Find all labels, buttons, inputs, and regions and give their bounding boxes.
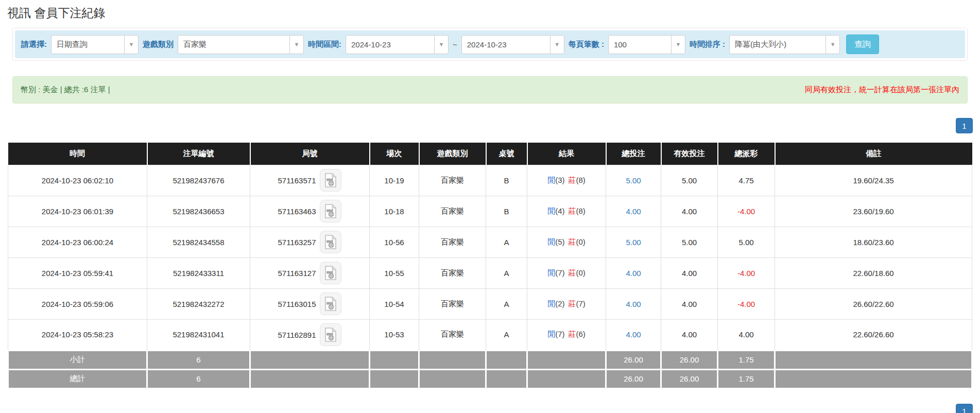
time-range-label: 時間區間:	[308, 40, 341, 49]
col-header-game-type: 遊戲類別	[419, 143, 486, 165]
cell-game-type: 百家樂	[419, 196, 486, 227]
video-replay-button[interactable]	[320, 231, 341, 253]
page-1-button-bottom[interactable]: 1	[956, 404, 973, 413]
cell-session: 10-55	[370, 257, 419, 288]
video-replay-button[interactable]	[320, 292, 341, 315]
cell-valid-bet: 4.00	[661, 196, 718, 227]
query-type-value: 日期查詢	[51, 40, 124, 49]
banker-result: 莊	[569, 299, 576, 308]
cell-remark: 19.60/24.35	[775, 165, 972, 196]
player-score: (3)	[555, 176, 564, 184]
player-result: 閒	[547, 299, 555, 308]
page-1-button[interactable]: 1	[956, 118, 973, 133]
player-score: (5)	[555, 237, 564, 246]
chevron-down-icon: ▼	[434, 36, 448, 54]
table-row: 2024-10-23 06:01:39 521982436653 5711634…	[8, 196, 972, 227]
total-row: 總計 6 26.00 26.00 1.75	[8, 369, 972, 388]
banker-result: 莊	[569, 330, 576, 338]
cell-total-bet: 4.00	[606, 288, 661, 319]
subtotal-count: 6	[147, 350, 250, 369]
cell-time: 2024-10-23 06:02:10	[8, 165, 147, 196]
cell-time: 2024-10-23 05:59:41	[8, 257, 147, 288]
summary-bar: 幣別 : 美金 | 總共 :6 注單 | 同局有效投注，統一計算在該局第一張注單…	[12, 76, 968, 104]
cell-result: 閒(4)莊(8)	[527, 196, 606, 227]
query-type-select[interactable]: 日期查詢 ▼	[51, 35, 139, 54]
col-header-bet-id: 注單編號	[147, 143, 250, 165]
cell-valid-bet: 5.00	[661, 227, 718, 257]
cell-game-type: 百家樂	[419, 319, 486, 350]
cell-valid-bet: 4.00	[661, 319, 718, 350]
total-bet-link[interactable]: 5.00	[626, 176, 641, 185]
player-result: 閒	[547, 176, 555, 184]
video-file-icon	[324, 328, 337, 342]
page-size-select[interactable]: 100 ▼	[608, 35, 685, 54]
sort-order-label: 時間排序 :	[690, 40, 725, 49]
game-type-value: 百家樂	[178, 40, 289, 49]
chevron-down-icon: ▼	[124, 36, 138, 54]
col-header-total-bet: 總投注	[606, 143, 661, 165]
date-range-separator: ~	[453, 40, 457, 49]
cell-payout: 4.00	[718, 319, 775, 350]
cell-total-bet: 5.00	[606, 165, 661, 196]
total-bet-link[interactable]: 4.00	[626, 300, 641, 308]
cell-payout: 4.75	[718, 165, 775, 196]
cell-session: 10-56	[370, 227, 419, 257]
sort-order-select[interactable]: 降冪(由大到小) ▼	[729, 35, 840, 54]
cell-round-id: 571163127	[250, 257, 370, 288]
total-bet-link[interactable]: 4.00	[626, 269, 641, 278]
video-file-icon	[324, 297, 337, 311]
cell-remark: 23.60/19.60	[775, 196, 972, 227]
page: 視訊 會員下注紀錄 請選擇: 日期查詢 ▼ 遊戲類別 百家樂 ▼ 時間區間: 2…	[7, 5, 973, 413]
date-from-select[interactable]: 2024-10-23 ▼	[346, 35, 449, 54]
total-bet-link[interactable]: 4.00	[626, 330, 641, 339]
cell-session: 10-19	[370, 165, 419, 196]
pagination-top: 1	[7, 118, 973, 133]
game-type-select[interactable]: 百家樂 ▼	[178, 35, 304, 54]
page-size-label: 每頁筆數 :	[569, 40, 604, 49]
video-file-icon	[324, 204, 337, 218]
cell-bet-id: 521982431041	[147, 319, 250, 350]
video-replay-button[interactable]	[320, 262, 341, 284]
cell-remark: 22.60/18.60	[775, 257, 972, 288]
search-button[interactable]: 查詢	[846, 35, 879, 54]
player-score: (4)	[555, 206, 564, 215]
cell-result: 閒(3)莊(8)	[527, 165, 606, 196]
cell-total-bet: 4.00	[606, 257, 661, 288]
cell-session: 10-54	[370, 288, 419, 319]
cell-result: 閒(2)莊(7)	[527, 288, 606, 319]
cell-remark: 26.60/22.60	[775, 288, 972, 319]
table-row: 2024-10-23 05:59:41 521982433311 5711631…	[8, 257, 972, 288]
video-replay-button[interactable]	[320, 169, 341, 192]
cell-table: A	[486, 319, 527, 350]
video-file-icon	[324, 266, 337, 280]
banker-score: (0)	[576, 268, 586, 277]
total-total-bet: 26.00	[606, 369, 661, 388]
total-bet-link[interactable]: 4.00	[626, 207, 641, 216]
player-result: 閒	[547, 237, 555, 246]
cell-game-type: 百家樂	[419, 165, 486, 196]
pagination-bottom: 1	[7, 404, 973, 413]
game-type-label: 遊戲類別	[143, 40, 174, 49]
player-result: 閒	[547, 206, 555, 215]
cell-round-id: 571163571	[250, 165, 370, 196]
chevron-down-icon: ▼	[550, 36, 564, 54]
cell-bet-id: 521982436653	[147, 196, 250, 227]
date-to-select[interactable]: 2024-10-23 ▼	[461, 35, 564, 54]
total-bet-link[interactable]: 5.00	[626, 238, 641, 247]
cell-bet-id: 521982434558	[147, 227, 250, 257]
cell-session: 10-18	[370, 196, 419, 227]
note-text: 同局有效投注，統一計算在該局第一張注單內	[805, 85, 959, 95]
total-payout: 1.75	[718, 369, 775, 388]
chevron-down-icon: ▼	[289, 36, 303, 54]
cell-time: 2024-10-23 05:58:23	[8, 319, 147, 350]
video-replay-button[interactable]	[320, 323, 341, 346]
banker-result: 莊	[569, 237, 576, 246]
col-header-payout: 總派彩	[718, 143, 775, 165]
round-number: 571163257	[278, 238, 316, 247]
round-number: 571162891	[278, 330, 316, 339]
sort-order-value: 降冪(由大到小)	[730, 40, 826, 49]
cell-time: 2024-10-23 06:01:39	[8, 196, 147, 227]
col-header-table: 桌號	[486, 143, 527, 165]
round-number: 571163127	[278, 269, 316, 278]
video-replay-button[interactable]	[320, 200, 341, 222]
